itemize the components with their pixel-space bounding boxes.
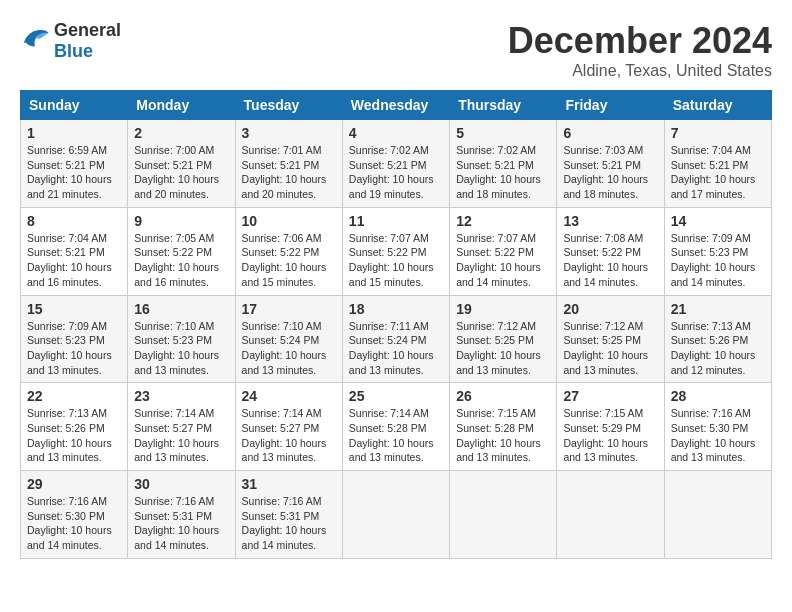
month-title: December 2024 — [508, 20, 772, 62]
calendar-cell: 30 Sunrise: 7:16 AMSunset: 5:31 PMDaylig… — [128, 471, 235, 559]
day-detail: Sunrise: 7:12 AMSunset: 5:25 PMDaylight:… — [456, 319, 550, 378]
calendar-cell: 11 Sunrise: 7:07 AMSunset: 5:22 PMDaylig… — [342, 207, 449, 295]
calendar-cell: 24 Sunrise: 7:14 AMSunset: 5:27 PMDaylig… — [235, 383, 342, 471]
calendar-cell: 4 Sunrise: 7:02 AMSunset: 5:21 PMDayligh… — [342, 120, 449, 208]
day-detail: Sunrise: 7:03 AMSunset: 5:21 PMDaylight:… — [563, 143, 657, 202]
day-number: 1 — [27, 125, 121, 141]
day-detail: Sunrise: 7:13 AMSunset: 5:26 PMDaylight:… — [27, 406, 121, 465]
day-number: 4 — [349, 125, 443, 141]
calendar-header-row: Sunday Monday Tuesday Wednesday Thursday… — [21, 91, 772, 120]
day-number: 28 — [671, 388, 765, 404]
day-detail: Sunrise: 7:13 AMSunset: 5:26 PMDaylight:… — [671, 319, 765, 378]
day-number: 21 — [671, 301, 765, 317]
day-detail: Sunrise: 7:04 AMSunset: 5:21 PMDaylight:… — [27, 231, 121, 290]
day-number: 24 — [242, 388, 336, 404]
day-detail: Sunrise: 7:01 AMSunset: 5:21 PMDaylight:… — [242, 143, 336, 202]
day-detail: Sunrise: 7:12 AMSunset: 5:25 PMDaylight:… — [563, 319, 657, 378]
calendar-week-row: 15 Sunrise: 7:09 AMSunset: 5:23 PMDaylig… — [21, 295, 772, 383]
day-detail: Sunrise: 7:07 AMSunset: 5:22 PMDaylight:… — [349, 231, 443, 290]
calendar-cell: 5 Sunrise: 7:02 AMSunset: 5:21 PMDayligh… — [450, 120, 557, 208]
day-detail: Sunrise: 7:16 AMSunset: 5:30 PMDaylight:… — [671, 406, 765, 465]
day-number: 25 — [349, 388, 443, 404]
calendar-cell: 2 Sunrise: 7:00 AMSunset: 5:21 PMDayligh… — [128, 120, 235, 208]
calendar-cell: 28 Sunrise: 7:16 AMSunset: 5:30 PMDaylig… — [664, 383, 771, 471]
day-number: 29 — [27, 476, 121, 492]
day-number: 14 — [671, 213, 765, 229]
day-detail: Sunrise: 7:14 AMSunset: 5:28 PMDaylight:… — [349, 406, 443, 465]
calendar-week-row: 8 Sunrise: 7:04 AMSunset: 5:21 PMDayligh… — [21, 207, 772, 295]
day-detail: Sunrise: 7:16 AMSunset: 5:31 PMDaylight:… — [242, 494, 336, 553]
day-detail: Sunrise: 7:00 AMSunset: 5:21 PMDaylight:… — [134, 143, 228, 202]
calendar-cell: 6 Sunrise: 7:03 AMSunset: 5:21 PMDayligh… — [557, 120, 664, 208]
calendar-cell: 21 Sunrise: 7:13 AMSunset: 5:26 PMDaylig… — [664, 295, 771, 383]
calendar-cell: 12 Sunrise: 7:07 AMSunset: 5:22 PMDaylig… — [450, 207, 557, 295]
day-detail: Sunrise: 7:15 AMSunset: 5:28 PMDaylight:… — [456, 406, 550, 465]
calendar-cell: 3 Sunrise: 7:01 AMSunset: 5:21 PMDayligh… — [235, 120, 342, 208]
day-number: 19 — [456, 301, 550, 317]
day-detail: Sunrise: 7:10 AMSunset: 5:24 PMDaylight:… — [242, 319, 336, 378]
day-detail: Sunrise: 7:06 AMSunset: 5:22 PMDaylight:… — [242, 231, 336, 290]
calendar-week-row: 1 Sunrise: 6:59 AMSunset: 5:21 PMDayligh… — [21, 120, 772, 208]
day-detail: Sunrise: 7:14 AMSunset: 5:27 PMDaylight:… — [134, 406, 228, 465]
logo-icon — [20, 24, 50, 58]
day-detail: Sunrise: 7:08 AMSunset: 5:22 PMDaylight:… — [563, 231, 657, 290]
calendar-cell: 23 Sunrise: 7:14 AMSunset: 5:27 PMDaylig… — [128, 383, 235, 471]
day-number: 3 — [242, 125, 336, 141]
calendar-cell: 8 Sunrise: 7:04 AMSunset: 5:21 PMDayligh… — [21, 207, 128, 295]
calendar-cell: 7 Sunrise: 7:04 AMSunset: 5:21 PMDayligh… — [664, 120, 771, 208]
day-detail: Sunrise: 7:09 AMSunset: 5:23 PMDaylight:… — [27, 319, 121, 378]
day-number: 10 — [242, 213, 336, 229]
day-number: 31 — [242, 476, 336, 492]
title-section: December 2024 Aldine, Texas, United Stat… — [508, 20, 772, 80]
header-monday: Monday — [128, 91, 235, 120]
calendar-cell: 10 Sunrise: 7:06 AMSunset: 5:22 PMDaylig… — [235, 207, 342, 295]
calendar-cell — [664, 471, 771, 559]
calendar-cell: 27 Sunrise: 7:15 AMSunset: 5:29 PMDaylig… — [557, 383, 664, 471]
day-number: 30 — [134, 476, 228, 492]
calendar-cell: 19 Sunrise: 7:12 AMSunset: 5:25 PMDaylig… — [450, 295, 557, 383]
day-detail: Sunrise: 7:05 AMSunset: 5:22 PMDaylight:… — [134, 231, 228, 290]
page-header: General Blue December 2024 Aldine, Texas… — [20, 20, 772, 80]
calendar-week-row: 29 Sunrise: 7:16 AMSunset: 5:30 PMDaylig… — [21, 471, 772, 559]
day-detail: Sunrise: 7:09 AMSunset: 5:23 PMDaylight:… — [671, 231, 765, 290]
calendar-cell: 14 Sunrise: 7:09 AMSunset: 5:23 PMDaylig… — [664, 207, 771, 295]
day-number: 27 — [563, 388, 657, 404]
calendar-cell — [557, 471, 664, 559]
day-number: 23 — [134, 388, 228, 404]
day-number: 17 — [242, 301, 336, 317]
calendar-cell: 22 Sunrise: 7:13 AMSunset: 5:26 PMDaylig… — [21, 383, 128, 471]
day-number: 7 — [671, 125, 765, 141]
day-number: 9 — [134, 213, 228, 229]
day-detail: Sunrise: 7:10 AMSunset: 5:23 PMDaylight:… — [134, 319, 228, 378]
calendar-cell: 18 Sunrise: 7:11 AMSunset: 5:24 PMDaylig… — [342, 295, 449, 383]
header-friday: Friday — [557, 91, 664, 120]
calendar-cell: 26 Sunrise: 7:15 AMSunset: 5:28 PMDaylig… — [450, 383, 557, 471]
day-detail: Sunrise: 7:16 AMSunset: 5:31 PMDaylight:… — [134, 494, 228, 553]
header-wednesday: Wednesday — [342, 91, 449, 120]
day-detail: Sunrise: 7:04 AMSunset: 5:21 PMDaylight:… — [671, 143, 765, 202]
calendar-cell: 17 Sunrise: 7:10 AMSunset: 5:24 PMDaylig… — [235, 295, 342, 383]
header-saturday: Saturday — [664, 91, 771, 120]
day-number: 12 — [456, 213, 550, 229]
logo: General Blue — [20, 20, 121, 62]
calendar-cell: 16 Sunrise: 7:10 AMSunset: 5:23 PMDaylig… — [128, 295, 235, 383]
day-number: 8 — [27, 213, 121, 229]
day-detail: Sunrise: 7:02 AMSunset: 5:21 PMDaylight:… — [456, 143, 550, 202]
calendar-cell — [450, 471, 557, 559]
day-detail: Sunrise: 7:07 AMSunset: 5:22 PMDaylight:… — [456, 231, 550, 290]
calendar-cell: 20 Sunrise: 7:12 AMSunset: 5:25 PMDaylig… — [557, 295, 664, 383]
day-detail: Sunrise: 7:14 AMSunset: 5:27 PMDaylight:… — [242, 406, 336, 465]
calendar-cell: 29 Sunrise: 7:16 AMSunset: 5:30 PMDaylig… — [21, 471, 128, 559]
calendar-cell — [342, 471, 449, 559]
logo-text: General Blue — [54, 20, 121, 62]
day-number: 22 — [27, 388, 121, 404]
calendar-cell: 25 Sunrise: 7:14 AMSunset: 5:28 PMDaylig… — [342, 383, 449, 471]
day-number: 11 — [349, 213, 443, 229]
day-number: 6 — [563, 125, 657, 141]
day-detail: Sunrise: 7:11 AMSunset: 5:24 PMDaylight:… — [349, 319, 443, 378]
day-number: 16 — [134, 301, 228, 317]
location-title: Aldine, Texas, United States — [508, 62, 772, 80]
calendar-cell: 13 Sunrise: 7:08 AMSunset: 5:22 PMDaylig… — [557, 207, 664, 295]
day-detail: Sunrise: 7:15 AMSunset: 5:29 PMDaylight:… — [563, 406, 657, 465]
calendar-week-row: 22 Sunrise: 7:13 AMSunset: 5:26 PMDaylig… — [21, 383, 772, 471]
